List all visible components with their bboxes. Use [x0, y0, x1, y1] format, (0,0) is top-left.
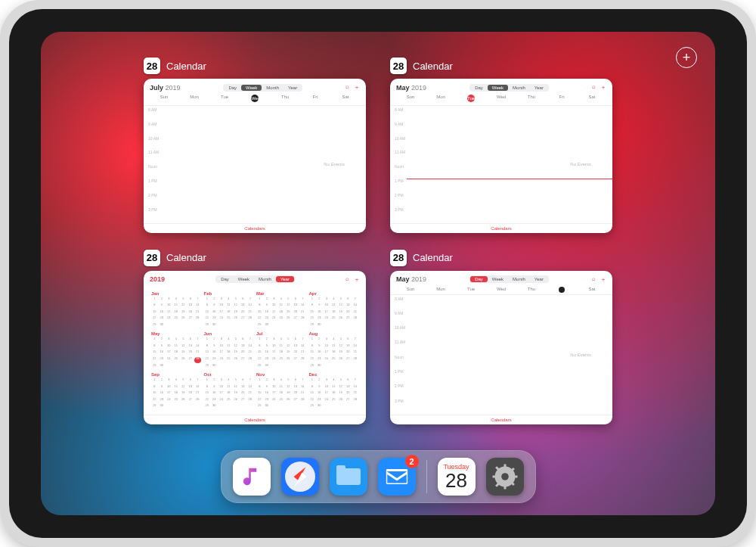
ipad-bezel: + 28 Calendar July 2019 [9, 9, 747, 538]
svg-point-1 [501, 473, 509, 480]
search-icon[interactable]: ⌕ [345, 83, 349, 92]
music-app-icon[interactable] [233, 458, 271, 496]
window-card[interactable]: 28 Calendar 2019 Day Week Month [144, 250, 366, 425]
calendar-app-icon: 28 [390, 250, 407, 266]
calendars-footer[interactable]: Calendars [144, 223, 366, 233]
ipad-screen: + 28 Calendar July 2019 [41, 32, 715, 515]
window-app-name: Calendar [413, 61, 453, 72]
calendar-title: May 2019 [396, 275, 426, 283]
calendar-app-icon: 28 [390, 57, 407, 74]
safari-app-icon[interactable] [281, 458, 319, 496]
year-grid: Jan1234567891011121314151617181920212223… [144, 287, 366, 415]
window-card-header[interactable]: 28 Calendar [390, 57, 612, 74]
window-thumbnail[interactable]: May 2019 Day Week Month Year ⌕ ＋ [390, 271, 612, 425]
mini-month: Dec1234567891011121314151617181920212223… [309, 372, 359, 410]
view-segmented-control[interactable]: Day Week Month Year [223, 84, 302, 92]
mini-month: Apr1234567891011121314151617181920212223… [309, 291, 359, 329]
mini-month: May1234567891011121314151617181920212223… [151, 331, 201, 369]
window-app-name: Calendar [166, 61, 206, 72]
search-icon[interactable]: ⌕ [345, 275, 349, 284]
calendar-title: July 2019 [150, 84, 181, 92]
search-icon[interactable]: ⌕ [592, 83, 596, 92]
week-grid: 8 AM 9 AM 10 AM 11 AM Noon 1 PM 2 PM 3 P… [390, 295, 612, 415]
calendar-daynum-label: 28 [445, 471, 467, 490]
calendar-title: May 2019 [396, 84, 426, 92]
envelope-icon [384, 464, 410, 490]
mini-month: Aug1234567891011121314151617181920212223… [309, 331, 359, 369]
add-event-icon[interactable]: ＋ [600, 275, 606, 284]
window-card[interactable]: 28 Calendar July 2019 Day Week Month [144, 57, 366, 233]
ipad-device: + 28 Calendar July 2019 [0, 0, 756, 547]
calendar-app-icon[interactable]: Tuesday 28 [438, 458, 476, 496]
dock: 2 Tuesday 28 [221, 450, 536, 503]
gear-icon [491, 463, 519, 490]
search-icon[interactable]: ⌕ [592, 275, 596, 284]
window-card[interactable]: 28 Calendar May 2019 Day Week Month [390, 250, 612, 425]
toolbar-icons[interactable]: ⌕ ＋ [592, 275, 606, 284]
view-segmented-control[interactable]: Day Week Month Year [215, 275, 295, 283]
svg-rect-4 [492, 476, 497, 478]
svg-rect-3 [503, 485, 506, 490]
now-indicator [407, 179, 612, 179]
calendars-footer[interactable]: Calendars [144, 415, 366, 424]
weekday-header: Sun Mon Tue Wed Thu Fri Sat [390, 287, 612, 295]
mini-month: Nov1234567891011121314151617181920212223… [256, 372, 306, 410]
no-events-label: No Events [324, 162, 345, 166]
add-event-icon[interactable]: ＋ [354, 83, 360, 92]
week-grid: 8 AM 9 AM 10 AM 11 AM Noon 1 PM 2 PM 3 P… [144, 106, 366, 223]
mini-month: Oct1234567891011121314151617181920212223… [204, 372, 254, 410]
music-note-icon [240, 465, 263, 488]
hour-labels: 8 AM 9 AM 10 AM 11 AM Noon 1 PM 2 PM 3 P… [390, 295, 407, 415]
window-app-name: Calendar [166, 252, 206, 263]
toolbar-icons[interactable]: ⌕ ＋ [592, 83, 606, 92]
new-window-button[interactable]: + [676, 47, 697, 68]
view-segmented-control[interactable]: Day Week Month Year [469, 275, 549, 283]
window-thumbnail[interactable]: July 2019 Day Week Month Year ⌕ ＋ [144, 79, 366, 233]
svg-rect-5 [513, 476, 517, 478]
mini-month: Jan1234567891011121314151617181920212223… [151, 291, 201, 329]
toolbar-icons[interactable]: ⌕ ＋ [345, 275, 360, 284]
settings-app-icon[interactable] [486, 458, 524, 496]
no-events-label: No Events [570, 162, 591, 166]
window-card-header[interactable]: 28 Calendar [144, 57, 366, 74]
hour-labels: 8 AM 9 AM 10 AM 11 AM Noon 1 PM 2 PM 3 P… [390, 106, 407, 223]
hour-labels: 8 AM 9 AM 10 AM 11 AM Noon 1 PM 2 PM 3 P… [144, 106, 160, 223]
mini-month: Jun1234567891011121314151617181920212223… [204, 331, 254, 369]
calendars-footer[interactable]: Calendars [390, 223, 612, 233]
mail-badge: 2 [405, 455, 419, 468]
mail-app-icon[interactable]: 2 [378, 458, 416, 496]
window-app-name: Calendar [413, 252, 453, 263]
window-thumbnail[interactable]: 2019 Day Week Month Year ⌕ ＋ [144, 271, 366, 425]
dock-divider [426, 460, 427, 493]
calendar-title: 2019 [150, 275, 165, 283]
weekday-header: Sun Mon Tue Wed Thu Fri Sat [144, 95, 366, 106]
compass-icon [285, 462, 315, 492]
calendar-app-icon: 28 [144, 57, 160, 74]
app-expose-grid: 28 Calendar July 2019 Day Week Month [144, 57, 612, 424]
calendar-app-icon: 28 [144, 250, 160, 266]
calendars-footer[interactable]: Calendars [390, 415, 612, 424]
view-segmented-control[interactable]: Day Week Month Year [469, 84, 549, 92]
mini-month: Mar1234567891011121314151617181920212223… [256, 291, 306, 329]
add-event-icon[interactable]: ＋ [354, 275, 360, 284]
window-thumbnail[interactable]: May 2019 Day Week Month Year ⌕ ＋ [390, 79, 612, 233]
dock-container: 2 Tuesday 28 [41, 450, 715, 503]
no-events-label: No Events [570, 353, 591, 357]
plus-icon: + [683, 51, 691, 64]
window-card-header[interactable]: 28 Calendar [390, 250, 612, 266]
mini-month: Sep1234567891011121314151617181920212223… [151, 372, 201, 410]
weekday-header: Sun Mon Tue Wed Thu Fri Sat [390, 95, 612, 106]
mini-month: Jul1234567891011121314151617181920212223… [256, 331, 306, 369]
toolbar-icons[interactable]: ⌕ ＋ [345, 83, 360, 92]
files-app-icon[interactable] [330, 458, 367, 496]
add-event-icon[interactable]: ＋ [600, 83, 606, 92]
window-card[interactable]: 28 Calendar May 2019 Day Week Month [390, 57, 612, 233]
window-card-header[interactable]: 28 Calendar [144, 250, 366, 266]
mini-month: Feb1234567891011121314151617181920212223… [204, 291, 254, 329]
week-grid: 8 AM 9 AM 10 AM 11 AM Noon 1 PM 2 PM 3 P… [390, 106, 612, 223]
folder-icon [336, 468, 361, 485]
svg-rect-2 [503, 465, 506, 469]
